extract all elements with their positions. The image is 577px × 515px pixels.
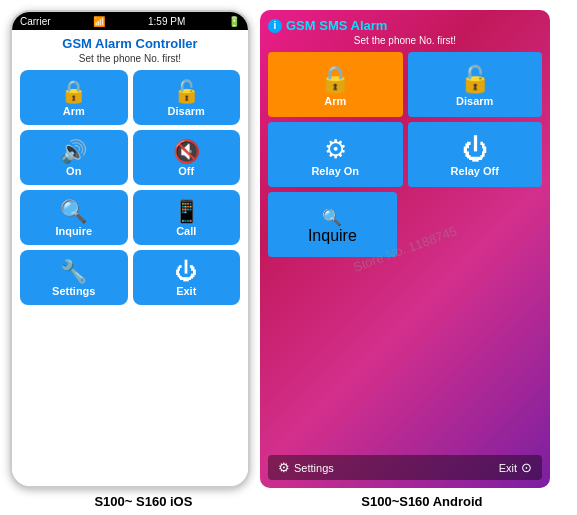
gear-icon-android: ⚙ [324, 136, 347, 162]
android-inquire-button[interactable]: 🔍 Inquire [268, 192, 397, 257]
ios-arm-button[interactable]: 🔒 Arm [20, 70, 128, 125]
disarm-label: Disarm [168, 105, 205, 117]
power-icon-android: ⏻ [462, 136, 488, 162]
ios-exit-button[interactable]: ⏻ Exit [133, 250, 241, 305]
android-arm-label: Arm [324, 95, 346, 107]
ios-app-subtitle: Set the phone No. first! [79, 53, 181, 64]
android-inquire-label: Inquire [308, 227, 357, 245]
ios-app-title: GSM Alarm Controller [62, 36, 197, 51]
wrench-icon: 🔧 [60, 261, 87, 283]
android-app-content: i GSM SMS Alarm Set the phone No. first!… [260, 10, 550, 488]
android-middle-grid: ⚙ Relay On ⏻ Relay Off [268, 122, 542, 187]
android-disarm-button[interactable]: 🔓 Disarm [408, 52, 543, 117]
android-header: i GSM SMS Alarm [268, 18, 542, 33]
unlock-icon-android: 🔓 [459, 66, 491, 92]
ios-inquire-button[interactable]: 🔍 Inquire [20, 190, 128, 245]
carrier-label: Carrier [20, 16, 51, 27]
android-relay-on-button[interactable]: ⚙ Relay On [268, 122, 403, 187]
ios-phone-mockup: Carrier 📶 1:59 PM 🔋 GSM Alarm Controller… [10, 10, 250, 488]
settings-label: Settings [52, 285, 95, 297]
ios-call-button[interactable]: 📱 Call [133, 190, 241, 245]
power-icon: ⏻ [175, 261, 197, 283]
exit-label: Exit [176, 285, 196, 297]
battery-icon: 🔋 [228, 16, 240, 27]
android-exit-label: Exit [499, 462, 517, 474]
android-phone-mockup: i GSM SMS Alarm Set the phone No. first!… [260, 10, 550, 488]
android-top-grid: 🔒 Arm 🔓 Disarm [268, 52, 542, 117]
ios-disarm-button[interactable]: 🔓 Disarm [133, 70, 241, 125]
android-bottom-label: S100~S160 Android [361, 494, 482, 509]
lock-icon-android: 🔒 [319, 66, 351, 92]
android-relay-off-button[interactable]: ⏻ Relay Off [408, 122, 543, 187]
ios-on-button[interactable]: 🔊 On [20, 130, 128, 185]
ios-settings-button[interactable]: 🔧 Settings [20, 250, 128, 305]
phone-icon: 📱 [173, 201, 200, 223]
on-label: On [66, 165, 81, 177]
bottom-labels: S100~ S160 iOS S100~S160 Android [0, 488, 577, 515]
ios-status-bar: Carrier 📶 1:59 PM 🔋 [12, 12, 248, 30]
android-disarm-label: Disarm [456, 95, 493, 107]
android-settings-button[interactable]: ⚙ Settings [278, 460, 334, 475]
search-icon-android: 🔍 [322, 208, 342, 227]
android-settings-label: Settings [294, 462, 334, 474]
ios-off-button[interactable]: 🔇 Off [133, 130, 241, 185]
inquire-label: Inquire [55, 225, 92, 237]
android-bottom-bar: ⚙ Settings Exit ⊙ [268, 455, 542, 480]
call-label: Call [176, 225, 196, 237]
android-arm-button[interactable]: 🔒 Arm [268, 52, 403, 117]
search-icon: 🔍 [60, 201, 87, 223]
exit-circle-icon: ⊙ [521, 460, 532, 475]
info-icon: i [268, 19, 282, 33]
android-relay-off-label: Relay Off [451, 165, 499, 177]
settings-circle-icon: ⚙ [278, 460, 290, 475]
ios-bottom-label: S100~ S160 iOS [94, 494, 192, 509]
unlock-icon: 🔓 [173, 81, 200, 103]
android-inquire-row: 🔍 Inquire [268, 192, 542, 257]
time-label: 1:59 PM [148, 16, 185, 27]
speaker-on-icon: 🔊 [60, 141, 87, 163]
arm-label: Arm [63, 105, 85, 117]
android-app-title: GSM SMS Alarm [286, 18, 387, 33]
lock-icon: 🔒 [60, 81, 87, 103]
android-exit-button[interactable]: Exit ⊙ [499, 460, 532, 475]
android-app-subtitle: Set the phone No. first! [268, 35, 542, 46]
speaker-off-icon: 🔇 [173, 141, 200, 163]
ios-app-content: GSM Alarm Controller Set the phone No. f… [12, 30, 248, 486]
off-label: Off [178, 165, 194, 177]
android-relay-on-label: Relay On [311, 165, 359, 177]
ios-button-grid: 🔒 Arm 🔓 Disarm 🔊 On 🔇 Off 🔍 Inqui [20, 70, 240, 305]
wifi-signal-icon: 📶 [93, 16, 105, 27]
